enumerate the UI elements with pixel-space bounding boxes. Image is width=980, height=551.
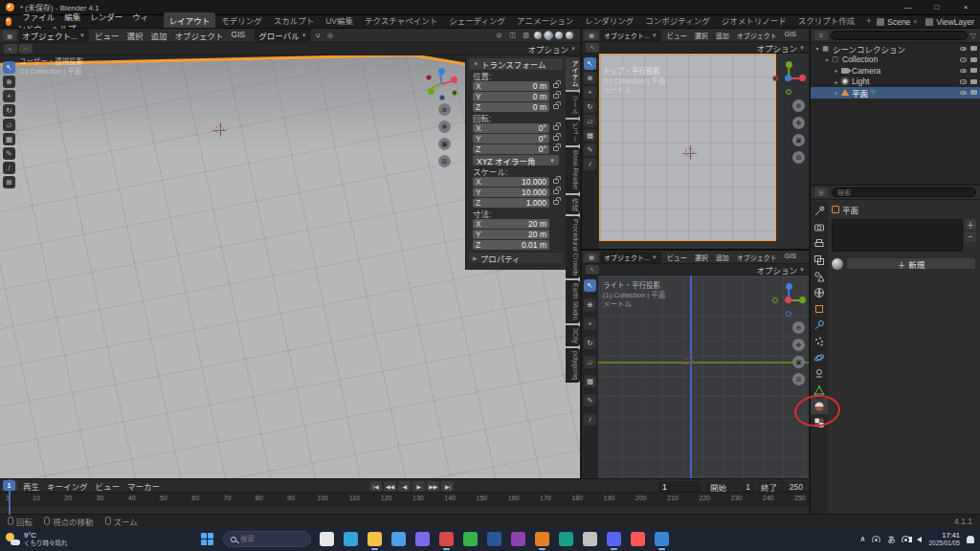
lock-icon[interactable] [553,189,559,194]
object-data-tab[interactable] [811,382,828,398]
disable-render-icon[interactable] [970,79,977,84]
current-frame-field[interactable]: 1 [658,481,701,492]
editor-type-icon[interactable]: ▦ [585,31,598,40]
tool-tab[interactable] [811,203,828,219]
viewport-menu-item[interactable]: ビュー [91,30,123,41]
transform-field[interactable]: X0° [473,123,549,133]
taskbar-app-icon[interactable] [655,532,669,546]
remove-slot-button[interactable]: − [965,231,976,242]
annotate-tool[interactable]: ✎ [584,394,596,407]
move-tool[interactable]: + [584,318,596,330]
select-tool[interactable]: ↖ [584,57,596,70]
proportional-edit-icon[interactable]: ◎ [325,31,336,41]
zoom-icon[interactable]: ⊕ [438,103,451,116]
scene-unlink-icon[interactable]: × [913,18,917,25]
taskbar-app-icon[interactable] [463,532,478,546]
playback-button[interactable]: ◀◀ [384,481,396,492]
shading-rendered-icon[interactable] [566,32,573,39]
cursor-tool[interactable]: ⊕ [3,76,15,88]
taskbar-app-icon[interactable] [535,532,549,546]
viewlayer-selector[interactable]: ViewLayer [925,17,974,27]
select-tool[interactable]: ↖ [3,61,15,74]
editor-type-icon[interactable]: ▦ [585,253,598,262]
mode-dropdown[interactable]: オブジェクト... ▼ [600,252,661,263]
transform-field[interactable]: Y0 m [473,92,549,101]
viewport-menu-item[interactable]: オブジェクト [733,31,781,40]
ime-indicator[interactable]: あ [887,534,895,544]
scale-tool[interactable]: ▱ [3,119,15,131]
constraints-tab[interactable] [811,365,828,382]
lock-icon[interactable] [553,125,559,130]
scale-tool[interactable]: ▱ [584,115,596,127]
hide-eye-icon[interactable] [960,69,967,74]
timeline-menu-item[interactable]: マーカー [123,480,164,492]
view-layer-tab[interactable] [811,252,828,268]
axis-x-handle[interactable] [451,77,457,83]
taskbar-app-icon[interactable] [391,532,406,546]
transform-field[interactable]: Z0° [473,144,549,154]
viewport-menu-item[interactable]: GIS [228,30,250,41]
menubar-item[interactable]: ファイル [17,12,59,22]
outliner-row[interactable]: ▸Camera [811,65,980,77]
lock-icon[interactable] [553,200,559,205]
outliner-search-input[interactable] [831,31,968,40]
tray-chevron-icon[interactable]: ∧ [860,535,866,543]
taskbar-app-icon[interactable] [631,532,645,546]
properties-panel-collapsed[interactable]: ▶ プロパティ [469,253,563,263]
transform-tool[interactable]: ▦ [3,133,15,145]
viewport-menu-item[interactable]: GIS [781,253,800,262]
transform-field[interactable]: Y10.000 [473,187,549,197]
axis-x-handle[interactable] [785,297,791,303]
options-dropdown[interactable]: オプション ▼ [757,264,805,276]
sidebar-tab[interactable]: Earth Studio [566,280,580,323]
transform-field[interactable]: Z0 m [473,102,549,112]
viewport-top-canvas[interactable]: ↖⊕+↻▱▦✎/ トップ・平行投影 (1) Collection | 平面 メー… [581,54,809,249]
sidebar-tab[interactable]: Procedural Crowds [566,216,580,279]
viewport-menu-item[interactable]: 選択 [691,31,712,40]
render-tab[interactable] [811,219,828,235]
move-tool[interactable]: + [584,86,596,99]
disable-render-icon[interactable] [970,90,977,95]
transform-field[interactable]: Z1.000 [473,198,549,208]
taskbar-search-input[interactable] [240,535,298,543]
transform-field[interactable]: Y0° [473,134,549,143]
transform-field[interactable]: Z0.01 m [473,240,549,250]
rotate-tool[interactable]: ↻ [584,337,596,349]
workspace-tab[interactable]: + [860,14,877,28]
sidebar-tab[interactable]: polygoniq [566,348,580,383]
playback-button[interactable]: ◀ [398,481,411,492]
annotate-tool[interactable]: ✎ [584,143,596,156]
mode-dropdown[interactable]: オブジェクト... ▼ [600,30,661,41]
add-cube-tool[interactable]: ⊞ [3,176,15,188]
measure-tool[interactable]: / [584,413,596,426]
viewport-menu-item[interactable]: オブジェクト [171,30,228,41]
disable-render-icon[interactable] [970,68,977,73]
timeline-track[interactable] [0,506,809,514]
workspace-tab[interactable]: UV編集 [320,12,359,28]
editor-type-icon[interactable]: ▦ [3,31,16,40]
modifiers-tab[interactable] [811,317,828,333]
physics-tab[interactable] [811,349,828,365]
orientation-dropdown[interactable]: グローバル ▼ [255,29,310,42]
measure-tool[interactable]: / [3,162,15,174]
particles-tab[interactable] [811,333,828,349]
expand-arrow-icon[interactable]: ▸ [833,78,840,85]
material-slot-list[interactable] [832,219,963,252]
transform-field[interactable]: X0 m [473,81,549,91]
expand-arrow-icon[interactable]: ▾ [823,56,831,63]
notifications-icon[interactable] [967,536,974,543]
properties-search-input[interactable] [832,187,976,197]
outliner-row[interactable]: ▸Light [811,77,980,88]
sidebar-tab[interactable]: アイテム [566,57,580,90]
taskbar-app-icon[interactable] [320,532,334,546]
active-tool-icon[interactable]: ↖ [586,265,599,275]
menubar-item[interactable]: 編集 [59,12,85,22]
lock-icon[interactable] [553,146,559,151]
zoom-icon[interactable]: ⊕ [792,321,805,334]
taskbar-app-icon[interactable] [344,532,358,546]
disable-render-icon[interactable] [970,57,977,62]
scale-tool[interactable]: ▱ [584,356,596,368]
transform-field[interactable]: X20 m [473,219,549,229]
lock-icon[interactable] [553,104,559,109]
maximize-button[interactable]: □ [923,0,951,14]
